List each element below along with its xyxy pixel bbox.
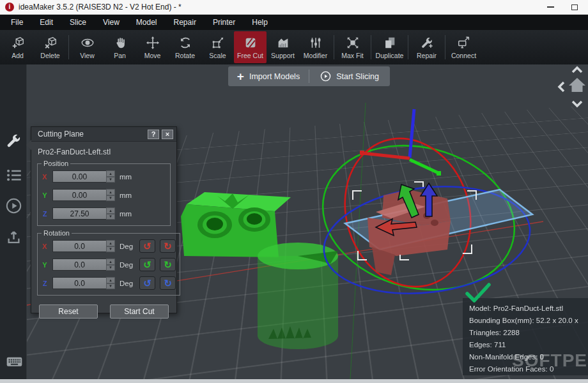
toolbar-separator xyxy=(408,35,408,59)
dialog-title: Cutting Plane xyxy=(38,130,145,139)
rotation-x-spin-up[interactable]: ▲ xyxy=(106,240,115,246)
info-bounding-box: Bounding Box(mm): 52.2 x 20.0 x xyxy=(469,315,582,327)
modifier-sliders-icon xyxy=(309,36,323,50)
axis-z-label: Z xyxy=(42,210,48,218)
rotation-x-input[interactable] xyxy=(52,240,106,252)
info-triangles: Triangles: 2288 xyxy=(469,327,582,339)
toolbar-modifier-button[interactable]: Modifier xyxy=(299,31,332,63)
axis-y-label: Y xyxy=(42,261,48,269)
rotate-z-cw-button[interactable]: ↻ xyxy=(160,276,176,290)
rotation-x-spin-down[interactable]: ▼ xyxy=(106,246,115,253)
position-z-spin-up[interactable]: ▲ xyxy=(106,207,115,214)
menu-view[interactable]: View xyxy=(95,15,128,30)
rotation-legend: Rotation xyxy=(42,229,72,237)
dialog-close-button[interactable]: × xyxy=(162,130,173,139)
home-view-icon[interactable] xyxy=(569,78,585,92)
position-x-input[interactable] xyxy=(52,170,106,183)
window-bottom-edge xyxy=(0,379,588,383)
list-icon[interactable] xyxy=(5,167,22,184)
main-toolbar: Add Delete View Pan Move xyxy=(0,30,588,64)
rotate-y-ccw-button[interactable]: ↺ xyxy=(139,258,155,271)
unit-label: mm xyxy=(120,192,135,199)
rotation-group: Rotation X ▲▼ Deg ↺ ↻ Y ▲▼ Deg xyxy=(37,229,180,296)
rotation-y-input[interactable] xyxy=(52,259,106,271)
upload-export-icon[interactable] xyxy=(5,229,22,246)
toolbar-add-button[interactable]: Add xyxy=(1,31,34,63)
cutting-plane-dialog: Cutting Plane ? × Pro2-FanDuct-Left.stl … xyxy=(31,126,177,313)
scale-icon xyxy=(211,36,225,50)
maximize-button[interactable] xyxy=(565,0,584,14)
play-icon xyxy=(320,71,331,82)
menu-help[interactable]: Help xyxy=(244,15,276,30)
axis-tripod xyxy=(360,109,441,176)
position-y-spin-up[interactable]: ▲ xyxy=(106,189,115,195)
toolbar-rotate-button[interactable]: Rotate xyxy=(169,31,201,63)
dialog-title-bar[interactable]: Cutting Plane ? × xyxy=(31,127,176,142)
menu-file[interactable]: File xyxy=(3,15,31,30)
rotation-row-y: Y ▲▼ Deg ↺ ↻ xyxy=(42,255,176,274)
title-bar: i ideaMaker 3.5.2 (RAISE3D N2 - V2 Hot E… xyxy=(0,0,588,15)
rotate-left-chevron[interactable] xyxy=(559,82,564,91)
menu-model[interactable]: Model xyxy=(128,15,166,30)
toolbar-move-button[interactable]: Move xyxy=(136,31,169,63)
free-cut-icon xyxy=(244,36,258,50)
model-valid-check-icon xyxy=(463,280,495,307)
move-arrows-icon xyxy=(146,36,160,50)
left-sidebar xyxy=(0,64,27,379)
rotate-y-cw-button[interactable]: ↻ xyxy=(160,258,176,271)
toolbar-pan-button[interactable]: Pan xyxy=(104,31,136,63)
toolbar-scale-button[interactable]: Scale xyxy=(201,31,234,63)
rotation-z-spin-down[interactable]: ▼ xyxy=(106,283,115,290)
import-models-button[interactable]: + Import Models xyxy=(228,66,309,86)
axis-z-label: Z xyxy=(42,280,48,287)
rotation-y-spin-down[interactable]: ▼ xyxy=(106,265,115,271)
start-slicing-button[interactable]: Start Slicing xyxy=(309,66,390,86)
model-info-panel: Model: Pro2-FanDuct-Left.stl Bounding Bo… xyxy=(463,298,588,375)
position-group: Position X ▲▼ mm Y ▲▼ mm Z ▲▼ xyxy=(37,160,171,226)
rotate-x-cw-button[interactable]: ↻ xyxy=(160,239,176,253)
rotation-z-input[interactable] xyxy=(52,277,106,289)
rotate-up-chevron[interactable] xyxy=(573,68,582,72)
minimize-icon xyxy=(547,6,554,8)
toolbar-duplicate-button[interactable]: Duplicate xyxy=(373,31,406,63)
wrench-repair-icon xyxy=(420,36,434,50)
rotate-down-chevron[interactable] xyxy=(573,101,582,106)
position-y-spin-down[interactable]: ▼ xyxy=(106,195,115,202)
support-icon xyxy=(276,36,290,50)
eye-icon xyxy=(81,36,95,50)
menu-slice[interactable]: Slice xyxy=(61,15,95,30)
reset-button[interactable]: Reset xyxy=(39,304,98,319)
play-circle-icon[interactable] xyxy=(5,197,22,214)
toolbar-delete-button[interactable]: Delete xyxy=(34,31,66,63)
rotate-z-ccw-button[interactable]: ↺ xyxy=(139,276,155,290)
menu-printer[interactable]: Printer xyxy=(205,15,244,30)
toolbar-separator xyxy=(371,35,371,59)
position-x-spin-down[interactable]: ▼ xyxy=(106,177,115,183)
position-x-spin-up[interactable]: ▲ xyxy=(106,170,115,177)
toolbar-repair-button[interactable]: Repair xyxy=(410,31,443,63)
toolbar-connect-button[interactable]: Connect xyxy=(447,31,480,63)
menu-edit[interactable]: Edit xyxy=(31,15,61,30)
rotation-y-spin-up[interactable]: ▲ xyxy=(106,259,115,265)
toolbar-support-button[interactable]: Support xyxy=(267,31,299,63)
settings-wrench-icon[interactable] xyxy=(5,132,22,149)
dialog-help-button[interactable]: ? xyxy=(148,130,159,139)
rotation-row-x: X ▲▼ Deg ↺ ↻ xyxy=(42,237,176,255)
delete-cube-icon xyxy=(43,36,58,50)
rotate-x-ccw-button[interactable]: ↺ xyxy=(139,239,155,253)
keyboard-icon[interactable] xyxy=(6,353,23,370)
position-z-input[interactable] xyxy=(52,207,106,220)
app-logo-icon: i xyxy=(5,3,14,11)
rotation-z-spin-up[interactable]: ▲ xyxy=(106,277,115,283)
start-cut-button[interactable]: Start Cut xyxy=(110,304,169,319)
toolbar-free-cut-button[interactable]: Free Cut xyxy=(234,31,267,63)
plus-icon: + xyxy=(237,70,244,82)
axis-y-label: Y xyxy=(42,192,48,199)
position-y-input[interactable] xyxy=(52,189,106,201)
position-z-spin-down[interactable]: ▼ xyxy=(106,214,115,220)
minimize-button[interactable] xyxy=(541,0,560,14)
toolbar-max-fit-button[interactable]: Max Fit xyxy=(336,31,369,63)
info-non-manifold-edges: Non-Manifold Edges: 0 xyxy=(469,351,582,363)
toolbar-view-button[interactable]: View xyxy=(71,31,104,63)
menu-repair[interactable]: Repair xyxy=(166,15,205,30)
